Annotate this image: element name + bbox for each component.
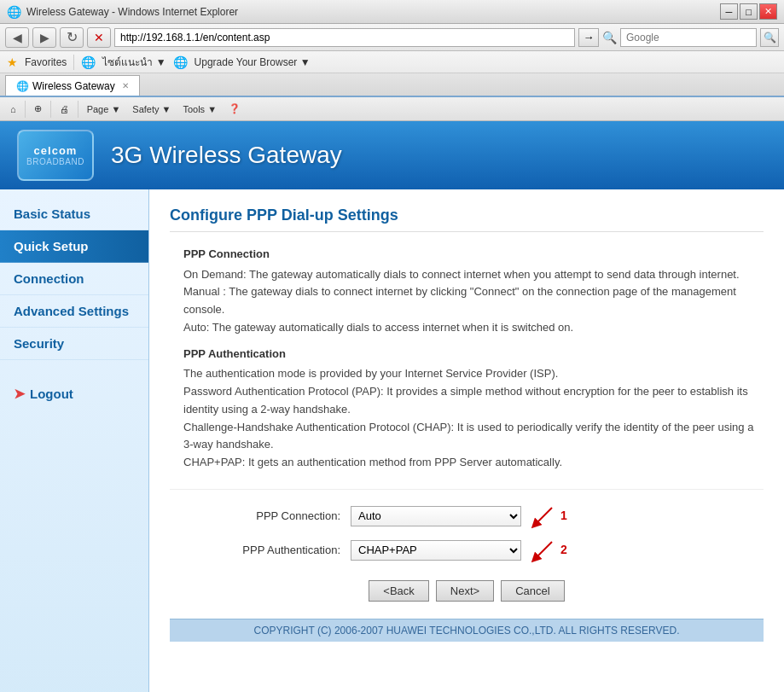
titlebar: 🌐 Wireless Gateway - Windows Internet Ex… [0, 0, 784, 24]
suggested-sites[interactable]: ไซต์แนะนำ ▼ [102, 54, 166, 70]
cancel-button[interactable]: Cancel [501, 580, 564, 602]
search-icon: 🔍 [602, 31, 617, 44]
window-title: Wireless Gateway - Windows Internet Expl… [26, 6, 715, 18]
ppp-auth-label: PPP Authentication: [170, 542, 340, 559]
logout-arrow-icon: ➤ [14, 386, 25, 402]
arrow-2-icon [526, 538, 560, 563]
content-text: PPP Connection On Demand: The gateway au… [170, 246, 764, 602]
page-footer: COPYRIGHT (C) 2006-2007 HUAWEI TECHNOLOG… [170, 619, 764, 642]
toolbar-divider3 [78, 101, 78, 118]
tools-menu-button[interactable]: Tools ▼ [179, 102, 220, 116]
print-icon: 🖨 [60, 104, 69, 114]
help-icon: ❓ [229, 103, 241, 114]
minimize-button[interactable]: ─ [720, 3, 738, 20]
svg-line-0 [535, 508, 552, 525]
svg-line-1 [535, 542, 552, 559]
fav-icon2: 🌐 [173, 55, 188, 69]
logo-broadband: BROADBAND [26, 157, 84, 166]
bullet-text-ppp-auth: The authentication mode is provided by y… [183, 365, 764, 472]
print-button[interactable]: 🖨 [56, 102, 73, 116]
tab-wireless-gateway[interactable]: 🌐 Wireless Gateway ✕ [5, 75, 140, 96]
bullet-title-ppp-auth: PPP Authentication [183, 347, 286, 360]
search-input[interactable] [620, 28, 757, 47]
favorites-star-icon: ★ [7, 55, 18, 69]
sidebar-item-quick-setup[interactable]: Quick Setup [0, 230, 148, 263]
sidebar-item-security[interactable]: Security [0, 328, 148, 360]
annotation-2-number: 2 [560, 541, 567, 559]
tab-label: Wireless Gateway [32, 80, 115, 92]
feeds-button[interactable]: ⊕ [31, 102, 45, 116]
copyright-text: COPYRIGHT (C) 2006-2007 HUAWEI TECHNOLOG… [253, 625, 679, 637]
back-button[interactable]: ◀ [5, 27, 29, 48]
page-menu-button[interactable]: Page ▼ [84, 102, 125, 116]
refresh-button[interactable]: ↻ [60, 27, 84, 48]
tab-bar: 🌐 Wireless Gateway ✕ [0, 73, 784, 97]
go-button[interactable]: → [578, 28, 599, 47]
content-title: Configure PPP Dial-up Settings [170, 206, 764, 232]
arrow-1-icon [526, 503, 560, 529]
logo: celcom BROADBAND [17, 130, 94, 181]
button-row: <Back Next> Cancel [170, 580, 764, 602]
toolbar-divider2 [50, 101, 51, 118]
annotation-1: 1 [526, 503, 567, 529]
bullet-text-ppp-connection: On Demand: The gateway automatically dia… [183, 266, 764, 337]
forward-button[interactable]: ▶ [32, 27, 56, 48]
stop-button[interactable]: ✕ [87, 27, 111, 48]
window-controls: ─ □ ✕ [720, 3, 777, 20]
logout-label: Logout [30, 387, 73, 401]
page-wrapper: celcom BROADBAND 3G Wireless Gateway Bas… [0, 121, 784, 692]
nav-toolbar: ◀ ▶ ↻ ✕ → 🔍 🔍 [0, 24, 784, 51]
sidebar-item-basic-status[interactable]: Basic Status [0, 198, 148, 230]
tab-close-button[interactable]: ✕ [122, 81, 129, 90]
sidebar-item-advanced-settings[interactable]: Advanced Settings [0, 295, 148, 328]
home-icon: ⌂ [10, 104, 16, 114]
fav-divider [73, 55, 74, 70]
ie-icon: 🌐 [81, 55, 96, 69]
tab-icon: 🌐 [16, 80, 29, 92]
maximize-button[interactable]: □ [740, 3, 758, 20]
annotation-2: 2 [526, 538, 567, 563]
page-header: celcom BROADBAND 3G Wireless Gateway [0, 121, 784, 189]
bullet-ppp-auth: PPP Authentication The authentication mo… [183, 346, 764, 472]
ppp-auth-row: PPP Authentication: PAP CHAP CHAP+PAP [170, 538, 764, 563]
form-section: PPP Connection: On Demand Manual Auto [170, 489, 764, 563]
logout-button[interactable]: ➤ Logout [0, 377, 148, 410]
ppp-connection-row: PPP Connection: On Demand Manual Auto [170, 503, 764, 529]
search-submit-button[interactable]: 🔍 [760, 28, 779, 47]
back-button[interactable]: <Back [369, 580, 429, 602]
upgrade-browser-link[interactable]: Upgrade Your Browser ▼ [195, 56, 311, 68]
ppp-auth-select[interactable]: PAP CHAP CHAP+PAP [351, 540, 521, 561]
help-button[interactable]: ❓ [225, 102, 244, 116]
ppp-connection-select[interactable]: On Demand Manual Auto [351, 506, 521, 526]
favorites-menu[interactable]: Favorites [25, 56, 67, 68]
annotation-1-number: 1 [560, 507, 567, 525]
toolbar-divider1 [25, 101, 26, 118]
home-button[interactable]: ⌂ [7, 102, 20, 116]
browser-icon: 🌐 [7, 5, 21, 19]
page-header-title: 3G Wireless Gateway [111, 142, 342, 169]
bullet-ppp-connection: PPP Connection On Demand: The gateway au… [183, 246, 764, 337]
logo-celcom: celcom [34, 144, 78, 157]
favorites-bar: ★ Favorites 🌐 ไซต์แนะนำ ▼ 🌐 Upgrade Your… [0, 51, 784, 73]
close-button[interactable]: ✕ [759, 3, 777, 20]
address-input[interactable] [114, 28, 575, 47]
next-button[interactable]: Next> [436, 580, 494, 602]
sidebar-item-connection[interactable]: Connection [0, 263, 148, 295]
ppp-connection-label: PPP Connection: [170, 508, 340, 525]
feeds-icon: ⊕ [34, 103, 42, 114]
safety-menu-button[interactable]: Safety ▼ [129, 102, 174, 116]
page-body: Basic Status Quick Setup Connection Adva… [0, 189, 784, 692]
sidebar: Basic Status Quick Setup Connection Adva… [0, 189, 149, 692]
bullet-title-ppp-connection: PPP Connection [183, 247, 270, 260]
browser-icons-bar: ⌂ ⊕ 🖨 Page ▼ Safety ▼ Tools ▼ ❓ [0, 97, 784, 121]
content-area: Configure PPP Dial-up Settings PPP Conne… [149, 189, 784, 692]
